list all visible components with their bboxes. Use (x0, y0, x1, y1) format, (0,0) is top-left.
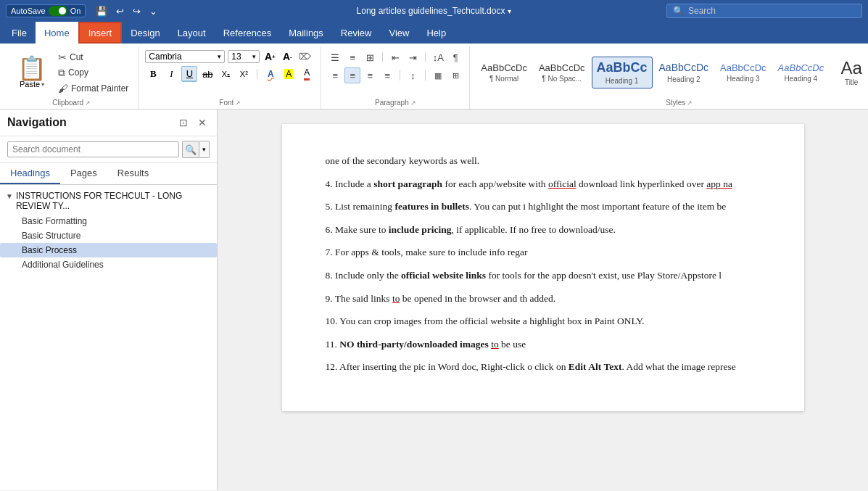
dropdown-icon[interactable]: ▾ (508, 7, 511, 15)
bullets-button[interactable]: ☰ (327, 49, 343, 65)
nav-item-additional-guidelines[interactable]: Additional Guidelines (0, 257, 217, 272)
menu-review[interactable]: Review (332, 22, 381, 44)
nav-root-heading[interactable]: ▼ INSTRUCTIONS FOR TECHCULT - LONG REVIE… (0, 188, 217, 214)
style-heading4-preview: AaBbCcDc (778, 62, 824, 74)
italic-button[interactable]: I (163, 66, 179, 82)
nav-item-basic-structure[interactable]: Basic Structure (0, 228, 217, 243)
menu-view[interactable]: View (380, 22, 418, 44)
multilevel-list-button[interactable]: ⊞ (362, 49, 378, 65)
menu-mailings[interactable]: Mailings (280, 22, 332, 44)
nav-collapse-icon[interactable]: ▼ (6, 192, 13, 200)
subscript-button[interactable]: X₂ (218, 66, 233, 82)
align-center-button[interactable]: ≡ (344, 67, 360, 83)
numbering-button[interactable]: ≡ (344, 49, 360, 65)
paste-dropdown-icon[interactable]: ▾ (41, 81, 44, 88)
font-label[interactable]: Font ↗ (145, 97, 315, 109)
doc-area[interactable]: one of the secondary keywords as well. 4… (218, 110, 868, 490)
doc-para-9: 9. The said links to be opened in the br… (326, 291, 761, 307)
save-icon[interactable]: 💾 (93, 4, 110, 18)
font-name-selector[interactable]: Cambria ▾ (145, 50, 225, 63)
ribbon: 📋 Paste ▾ ✂ Cut ⧉ Copy 🖌 Format Painter (0, 44, 868, 110)
clear-format-button[interactable]: ⌦ (297, 49, 312, 64)
style-heading2[interactable]: AaBbCcDc Heading 2 (654, 58, 714, 87)
redo-icon[interactable]: ↪ (130, 4, 144, 18)
style-no-space-preview: AaBbCcDc (539, 62, 585, 74)
strikethrough-button[interactable]: ab (199, 66, 215, 82)
line-spacing-button[interactable]: ↕ (405, 67, 421, 83)
superscript-button[interactable]: X² (236, 66, 252, 82)
title-bar-left: AutoSave On 💾 ↩ ↪ ⌄ (6, 4, 160, 18)
increase-indent-button[interactable]: ⇥ (405, 49, 421, 65)
style-normal[interactable]: AaBbCcDc ¶ Normal (476, 59, 532, 87)
quick-access-icon[interactable]: ⌄ (146, 4, 160, 18)
style-title[interactable]: Aa Title (830, 56, 868, 90)
menu-help[interactable]: Help (418, 22, 455, 44)
align-right-button[interactable]: ≡ (362, 67, 378, 83)
paragraph-label[interactable]: Paragraph ↗ (327, 97, 463, 109)
para-sep4 (425, 70, 426, 81)
nav-search-input[interactable] (7, 141, 179, 157)
nav-tab-pages[interactable]: Pages (60, 163, 107, 184)
doc-para-10: 10. You can crop images from the officia… (326, 313, 761, 329)
style-no-space[interactable]: AaBbCcDc ¶ No Spac... (534, 59, 590, 87)
underline-button[interactable]: U (181, 66, 197, 82)
autosave-badge[interactable]: AutoSave On (6, 4, 86, 17)
clipboard-expand-icon[interactable]: ↗ (85, 99, 91, 107)
link-app-name: app na (706, 178, 732, 189)
autosave-toggle[interactable] (49, 6, 67, 16)
align-left-button[interactable]: ≡ (327, 67, 343, 83)
doc-page: one of the secondary keywords as well. 4… (282, 124, 804, 411)
nav-close-button[interactable]: ✕ (195, 115, 210, 130)
decrease-font-size-button[interactable]: A- (280, 49, 294, 64)
copy-button[interactable]: ⧉ Copy (55, 65, 131, 81)
para-row1: ☰ ≡ ⊞ ⇤ ⇥ ↕A ¶ (327, 49, 463, 65)
nav-item-basic-process[interactable]: Basic Process (0, 243, 217, 257)
bold-include-pricing: include pricing (389, 224, 452, 235)
paste-icon: 📋 (17, 57, 46, 80)
styles-expand-icon[interactable]: ↗ (687, 99, 693, 107)
menu-insert[interactable]: Insert (78, 22, 123, 44)
increase-font-size-button[interactable]: A+ (263, 49, 277, 64)
doc-para-11: 11. NO third-party/downloaded images to … (326, 337, 761, 352)
nav-item-basic-formatting[interactable]: Basic Formatting (0, 214, 217, 228)
text-effects-icon: A (268, 69, 274, 79)
style-heading4[interactable]: AaBbCcDc Heading 4 (773, 59, 830, 87)
highlight-button[interactable]: A (281, 66, 297, 82)
menu-design[interactable]: Design (122, 22, 168, 44)
nav-search-button[interactable]: 🔍 (182, 141, 199, 158)
cut-button[interactable]: ✂ Cut (55, 50, 131, 65)
para-expand-icon[interactable]: ↗ (410, 99, 416, 107)
decrease-indent-button[interactable]: ⇤ (387, 49, 403, 65)
font-color-button[interactable]: A (299, 66, 315, 82)
justify-button[interactable]: ≡ (379, 67, 395, 83)
size-dropdown-icon: ▾ (252, 53, 256, 60)
nav-search-dropdown[interactable]: ▾ (199, 141, 210, 158)
menu-file[interactable]: File (3, 22, 36, 44)
styles-label[interactable]: Styles ↗ (476, 97, 868, 109)
font-size-selector[interactable]: 13 ▾ (228, 50, 260, 63)
borders-button[interactable]: ⊞ (447, 67, 463, 83)
nav-tab-results[interactable]: Results (107, 163, 159, 184)
text-effects-button[interactable]: A (263, 66, 278, 82)
shading-button[interactable]: ▦ (430, 67, 446, 83)
bold-button[interactable]: B (145, 66, 161, 82)
sort-button[interactable]: ↕A (430, 49, 446, 65)
style-heading1[interactable]: AaBbCc Heading 1 (592, 57, 653, 89)
clipboard-label[interactable]: Clipboard ↗ (12, 97, 131, 109)
search-bar[interactable]: 🔍 Search (666, 4, 862, 18)
font-expand-icon[interactable]: ↗ (235, 99, 241, 107)
show-formatting-button[interactable]: ¶ (447, 49, 463, 65)
undo-icon[interactable]: ↩ (113, 4, 127, 18)
doc-para-7: 7. For apps & tools, make sure to includ… (326, 244, 761, 260)
menu-home[interactable]: Home (36, 22, 78, 44)
style-title-label: Title (845, 78, 859, 86)
menu-references[interactable]: References (215, 22, 280, 44)
para-sep2 (425, 52, 426, 62)
paste-button[interactable]: 📋 Paste ▾ (12, 48, 52, 97)
nav-expand-button[interactable]: ⊡ (176, 115, 191, 130)
nav-tab-headings[interactable]: Headings (0, 163, 60, 184)
style-heading3[interactable]: AaBbCcDc Heading 3 (715, 59, 772, 87)
format-painter-button[interactable]: 🖌 Format Painter (55, 81, 131, 96)
title-bar-right: 🔍 Search (666, 4, 862, 18)
menu-layout[interactable]: Layout (169, 22, 215, 44)
